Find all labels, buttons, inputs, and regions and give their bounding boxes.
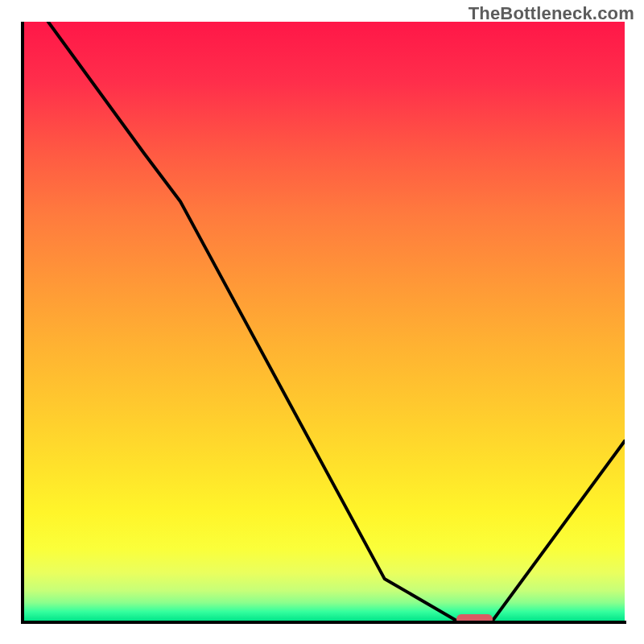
watermark-text: TheBottleneck.com (469, 3, 634, 24)
bottleneck-curve (24, 22, 625, 621)
x-axis-line (21, 621, 626, 624)
curve-path (48, 22, 625, 621)
chart-container: TheBottleneck.com (0, 0, 644, 644)
optimal-marker (456, 614, 493, 621)
plot-area (24, 22, 625, 621)
